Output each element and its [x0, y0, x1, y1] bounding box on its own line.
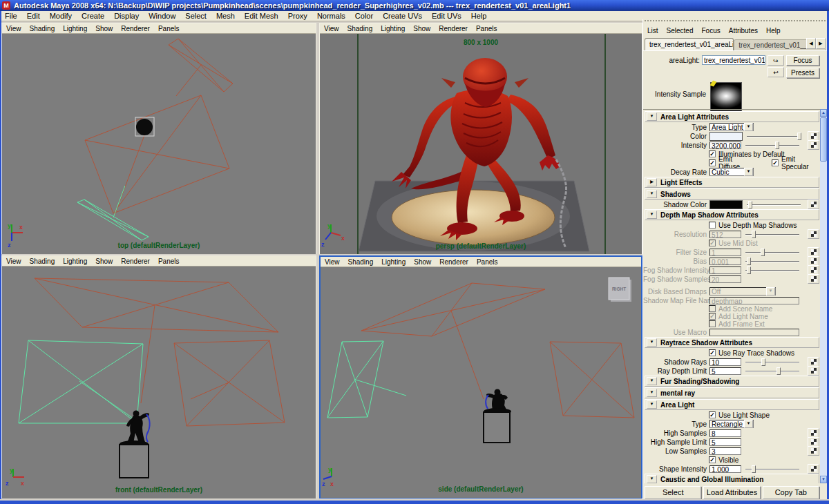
collapse-icon[interactable]: ▼ — [647, 113, 657, 121]
menu-item-color[interactable]: Color — [350, 12, 378, 20]
shadow-color-slider[interactable] — [747, 201, 801, 209]
ae-scrollbar[interactable]: ▲ ▼ — [820, 109, 827, 483]
fog-intensity-input[interactable]: 1 — [709, 266, 741, 274]
section-light-effects[interactable]: ▶ Light Effects — [645, 177, 819, 188]
add-frame-checkbox[interactable] — [709, 320, 716, 327]
scrollbar-thumb[interactable] — [820, 117, 827, 162]
visible-checkbox[interactable] — [709, 456, 716, 463]
map-button[interactable] — [808, 428, 819, 438]
map-button[interactable] — [808, 229, 819, 239]
vp-menu-lighting[interactable]: Lighting — [377, 25, 409, 32]
color-swatch[interactable] — [709, 132, 743, 141]
scroll-down-icon[interactable]: ▼ — [820, 476, 827, 483]
shadow-rays-input[interactable]: 10 — [709, 358, 741, 366]
map-button[interactable] — [808, 446, 819, 456]
high-limit-input[interactable]: 5 — [709, 438, 741, 446]
intensity-slider[interactable] — [745, 142, 799, 149]
collapse-icon[interactable]: ▼ — [647, 475, 657, 483]
menu-item-normals[interactable]: Normals — [312, 12, 350, 20]
high-samples-input[interactable]: 8 — [709, 429, 741, 437]
scroll-up-icon[interactable]: ▲ — [820, 109, 827, 117]
resolution-slider[interactable] — [745, 231, 799, 238]
viewport-persp[interactable]: View Shading Lighting Show Renderer Pane… — [319, 23, 642, 254]
bias-slider[interactable] — [745, 258, 799, 265]
vp-menu-lighting[interactable]: Lighting — [377, 258, 410, 266]
viewport-side[interactable]: View Shading Lighting Show Renderer Pane… — [319, 255, 642, 498]
map-button[interactable] — [808, 247, 819, 257]
section-area-light-attributes[interactable]: ▼ Area Light Attributes — [645, 111, 819, 122]
shadow-rays-slider[interactable] — [745, 358, 799, 366]
vp-menu-show[interactable]: Show — [409, 25, 435, 32]
use-depth-map-checkbox[interactable] — [709, 222, 716, 229]
ae-menu-attributes[interactable]: Attributes — [725, 27, 762, 35]
menu-item-create-uvs[interactable]: Create UVs — [378, 12, 427, 20]
ray-depth-input[interactable]: 5 — [709, 367, 741, 375]
ae-menu-selected[interactable]: Selected — [663, 27, 698, 35]
illuminates-checkbox[interactable] — [709, 151, 716, 157]
ae-menu-help[interactable]: Help — [762, 27, 785, 35]
add-light-checkbox[interactable] — [709, 313, 716, 320]
map-button[interactable] — [808, 274, 819, 284]
vp-menu-lighting[interactable]: Lighting — [59, 258, 91, 265]
camera-plate[interactable]: RIGHT — [609, 278, 631, 302]
menu-item-display[interactable]: Display — [109, 12, 144, 20]
collapse-icon[interactable]: ▼ — [647, 338, 657, 347]
fog-intensity-slider[interactable] — [745, 266, 799, 274]
ae-menu-focus[interactable]: Focus — [697, 27, 724, 35]
map-button[interactable] — [808, 366, 819, 376]
menu-item-file[interactable]: File — [0, 12, 22, 20]
map-button[interactable] — [808, 200, 819, 209]
front-viewport-canvas[interactable]: y x z front (defaultRenderLayer) — [2, 266, 316, 498]
attributes-scroll-area[interactable]: ▼ Area Light Attributes Type Area Light … — [643, 109, 821, 483]
tab-scroll-right-icon[interactable]: ▶ — [816, 38, 826, 49]
focus-in-icon[interactable]: ↪ — [768, 55, 784, 66]
collapse-icon[interactable]: ▼ — [647, 190, 657, 198]
shape-intensity-slider[interactable] — [745, 465, 799, 473]
mr-type-dropdown[interactable]: Rectangle ▼ — [709, 420, 754, 428]
menu-item-window[interactable]: Window — [144, 12, 180, 20]
viewport-top[interactable]: View Shading Lighting Show Renderer Pane… — [1, 23, 316, 254]
decay-dropdown[interactable]: Cubic ▼ — [709, 168, 754, 176]
vp-menu-shading[interactable]: Shading — [343, 25, 377, 32]
expand-icon[interactable]: ▶ — [647, 178, 657, 186]
viewport-front[interactable]: View Shading Lighting Show Renderer Pane… — [1, 255, 316, 498]
select-button[interactable]: Select — [645, 486, 701, 499]
side-viewport-canvas[interactable]: RIGHT y z x side (defaultRenderLayer) — [321, 267, 641, 498]
node-name-input[interactable]: trex_rendertest_v01_areaLightS — [702, 55, 765, 65]
map-button[interactable] — [808, 437, 819, 447]
collapse-icon[interactable]: ▼ — [647, 211, 657, 219]
tab-arealight-shape[interactable]: trex_rendertest_v01_areaLightShape1 — [645, 38, 734, 50]
map-button[interactable] — [808, 256, 819, 266]
vp-menu-panels[interactable]: Panels — [473, 258, 502, 266]
add-scene-checkbox[interactable] — [709, 305, 716, 312]
use-light-shape-checkbox[interactable] — [709, 411, 716, 418]
menu-item-modify[interactable]: Modify — [45, 12, 77, 20]
vp-menu-view[interactable]: View — [321, 258, 344, 266]
emit-specular-checkbox[interactable] — [772, 159, 779, 166]
menu-item-proxy[interactable]: Proxy — [283, 12, 312, 20]
top-viewport-canvas[interactable]: y x z top (defaultRenderLayer) — [2, 34, 316, 254]
section-area-light[interactable]: ▼ Area Light — [645, 399, 819, 410]
color-slider[interactable] — [747, 133, 801, 140]
shadow-map-file-input[interactable]: depthmap — [709, 297, 799, 304]
emit-diffuse-checkbox[interactable] — [709, 159, 716, 166]
map-button[interactable] — [808, 464, 819, 474]
persp-viewport-canvas[interactable]: 800 x 1000 — [320, 34, 642, 254]
copy-tab-button[interactable]: Copy Tab — [763, 486, 819, 499]
focus-button[interactable]: Focus — [786, 55, 819, 66]
section-caustic[interactable]: ▼ Caustic and Global Illumination — [645, 474, 819, 483]
panel-drag-handle[interactable] — [645, 20, 826, 25]
vp-menu-renderer[interactable]: Renderer — [117, 25, 154, 32]
type-dropdown[interactable]: Area Light ▼ — [709, 123, 754, 131]
section-shadows[interactable]: ▼ Shadows — [645, 188, 819, 200]
intensity-input[interactable]: 3200.000 — [709, 142, 741, 149]
load-attributes-button[interactable]: Load Attributes — [703, 486, 760, 499]
collapse-icon[interactable]: ▼ — [647, 377, 657, 385]
focus-out-icon[interactable]: ↩ — [768, 67, 784, 77]
vp-menu-lighting[interactable]: Lighting — [59, 25, 91, 32]
section-fur[interactable]: ▼ Fur Shading/Shadowing — [645, 376, 819, 387]
map-button[interactable] — [808, 131, 819, 141]
fog-samples-input[interactable]: 20 — [709, 275, 741, 283]
vp-menu-show[interactable]: Show — [410, 258, 435, 266]
vp-menu-renderer[interactable]: Renderer — [435, 25, 472, 32]
